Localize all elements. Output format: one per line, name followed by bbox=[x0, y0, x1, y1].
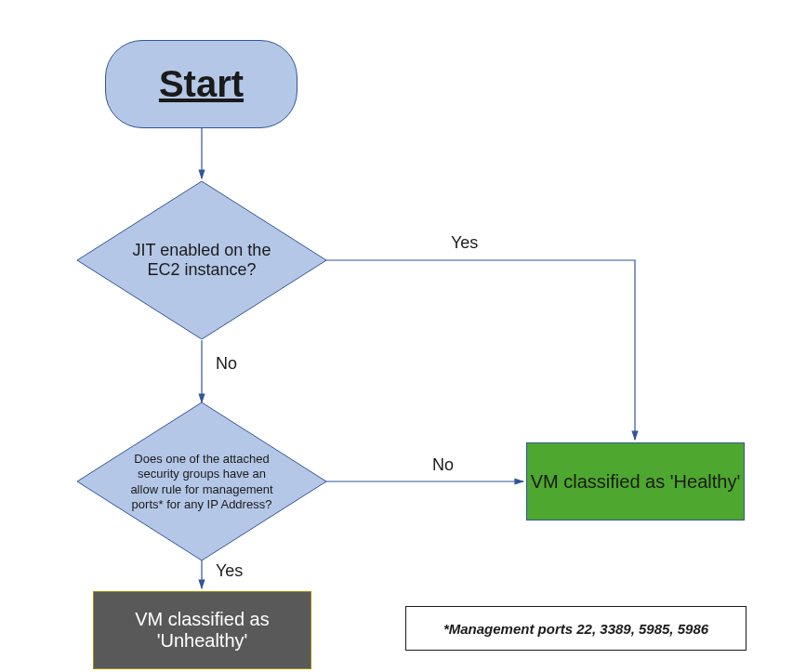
edge-label-d2-yes: Yes bbox=[216, 561, 243, 581]
terminal-healthy: VM classified as 'Healthy' bbox=[526, 442, 745, 520]
terminal-unhealthy-label: VM classified as 'Unhealthy' bbox=[94, 609, 311, 652]
footnote: *Management ports 22, 3389, 5985, 5986 bbox=[405, 606, 747, 651]
edge-label-d1-yes: Yes bbox=[451, 233, 478, 253]
start-node: Start bbox=[105, 40, 297, 128]
terminal-unhealthy: VM classified as 'Unhealthy' bbox=[93, 591, 311, 669]
terminal-healthy-label: VM classified as 'Healthy' bbox=[531, 471, 741, 493]
decision-security-group: Does one of the attached security groups… bbox=[77, 402, 326, 560]
start-label: Start bbox=[159, 63, 244, 105]
decision-jit: JIT enabled on the EC2 instance? bbox=[77, 181, 326, 339]
decision-security-group-label: Does one of the attached security groups… bbox=[127, 452, 276, 512]
edge-label-d2-no: No bbox=[432, 455, 454, 475]
decision-jit-label: JIT enabled on the EC2 instance? bbox=[123, 241, 281, 280]
footnote-text: *Management ports 22, 3389, 5985, 5986 bbox=[443, 621, 708, 637]
edge-label-d1-no: No bbox=[216, 354, 237, 374]
